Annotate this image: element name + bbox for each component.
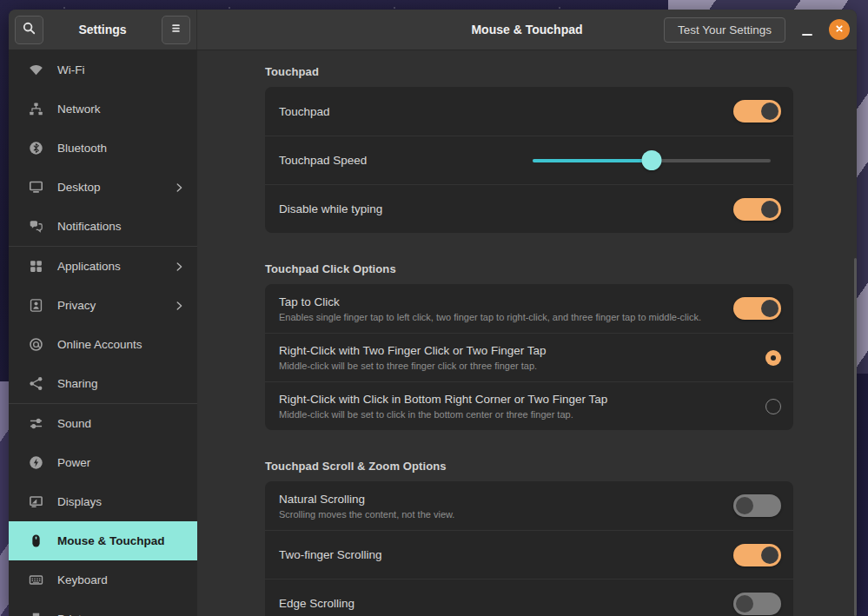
toggle-tap-to-click[interactable] xyxy=(733,297,781,320)
printer-icon xyxy=(28,612,43,616)
keyboard-icon xyxy=(28,573,43,588)
row-title: Right-Click with Two Finger Click or Two… xyxy=(279,343,755,358)
sidebar-item-power[interactable]: Power xyxy=(9,443,197,482)
settings-row-right-click-with-two-finger-click-or-two-finger-tap[interactable]: Right-Click with Two Finger Click or Two… xyxy=(265,333,793,381)
row-title: Tap to Click xyxy=(279,295,723,309)
settings-row-touchpad-speed: Touchpad Speed xyxy=(265,136,793,184)
row-title: Natural Scrolling xyxy=(279,492,723,507)
sidebar-item-label: Power xyxy=(57,456,185,469)
minimize-icon xyxy=(802,34,812,36)
sidebar: Wi-FiNetworkBluetoothDesktopNotification… xyxy=(9,50,197,616)
sidebar-item-privacy[interactable]: Privacy xyxy=(9,286,197,325)
row-text: Right-Click with Click in Bottom Right C… xyxy=(279,392,765,421)
radio-right-click-with-two-finger-click-or-two-finger-tap[interactable] xyxy=(765,350,781,366)
sidebar-item-label: Applications xyxy=(57,260,173,273)
row-title: Touchpad Speed xyxy=(279,153,522,168)
toggle-knob xyxy=(761,300,779,317)
toggle-edge-scrolling[interactable] xyxy=(733,593,781,615)
sidebar-item-sharing[interactable]: Sharing xyxy=(9,364,197,403)
mouse-icon xyxy=(28,533,43,549)
row-text: Disable while typing xyxy=(279,202,733,216)
app-title: Settings xyxy=(78,23,126,36)
sidebar-item-bluetooth[interactable]: Bluetooth xyxy=(9,129,197,168)
main-panel: TouchpadTouchpadTouchpad SpeedDisable wh… xyxy=(197,50,857,616)
search-icon xyxy=(22,21,36,39)
chevron-right-icon xyxy=(173,182,185,194)
row-subtitle: Middle-click will be set to three finger… xyxy=(279,360,755,372)
displays-icon xyxy=(28,494,43,510)
chevron-right-icon xyxy=(173,300,185,312)
section-title: Touchpad xyxy=(265,65,793,78)
close-button[interactable] xyxy=(829,19,850,40)
row-text: Right-Click with Two Finger Click or Two… xyxy=(279,343,765,372)
settings-card: Natural ScrollingScrolling moves the con… xyxy=(265,481,793,616)
sound-icon xyxy=(28,416,43,432)
toggle-knob xyxy=(761,201,779,218)
online-accounts-icon xyxy=(28,337,43,353)
sidebar-item-online-accounts[interactable]: Online Accounts xyxy=(9,325,197,364)
settings-row-touchpad: Touchpad xyxy=(265,87,793,136)
sidebar-item-keyboard[interactable]: Keyboard xyxy=(9,560,197,599)
sidebar-item-label: Printers xyxy=(57,613,185,616)
row-subtitle: Scrolling moves the content, not the vie… xyxy=(279,508,723,520)
row-text: Edge Scrolling xyxy=(279,596,733,611)
sidebar-item-label: Sharing xyxy=(57,377,185,390)
section-touchpad-click-options: Touchpad Click OptionsTap to ClickEnable… xyxy=(265,262,793,430)
privacy-icon xyxy=(28,298,43,314)
toggle-touchpad[interactable] xyxy=(733,100,781,123)
sidebar-item-sound[interactable]: Sound xyxy=(9,404,197,443)
toggle-knob xyxy=(761,546,779,564)
notifications-icon xyxy=(28,219,43,235)
sidebar-item-label: Desktop xyxy=(57,181,173,194)
menu-button[interactable] xyxy=(162,16,190,44)
slider-touchpad-speed[interactable] xyxy=(533,150,771,171)
toggle-knob xyxy=(736,497,753,514)
row-text: Touchpad xyxy=(279,104,733,119)
applications-icon xyxy=(28,259,43,275)
sidebar-item-mouse-touchpad[interactable]: Mouse & Touchpad xyxy=(9,521,197,560)
toggle-natural-scrolling[interactable] xyxy=(733,494,781,517)
sidebar-item-network[interactable]: Network xyxy=(9,89,197,129)
row-title: Edge Scrolling xyxy=(279,596,723,611)
settings-card: TouchpadTouchpad SpeedDisable while typi… xyxy=(265,87,793,233)
sidebar-item-label: Privacy xyxy=(57,299,173,312)
bluetooth-icon xyxy=(28,141,43,156)
section-touchpad: TouchpadTouchpadTouchpad SpeedDisable wh… xyxy=(265,65,793,233)
sidebar-item-applications[interactable]: Applications xyxy=(9,247,197,286)
page-title: Mouse & Touchpad xyxy=(471,23,582,36)
radio-right-click-with-click-in-bottom-right-corner-or-two-finger-tap[interactable] xyxy=(765,399,781,414)
row-title: Touchpad xyxy=(279,104,723,119)
sidebar-item-desktop[interactable]: Desktop xyxy=(9,168,197,207)
titlebar[interactable]: Settings Mouse & Touchpad Test Your Sett… xyxy=(9,10,857,50)
sidebar-item-label: Bluetooth xyxy=(57,142,185,155)
sidebar-item-label: Network xyxy=(57,103,185,116)
sidebar-item-label: Notifications xyxy=(57,220,185,233)
test-your-settings-button[interactable]: Test Your Settings xyxy=(664,17,785,43)
minimize-button[interactable] xyxy=(800,19,814,40)
section-touchpad-scroll-zoom-options: Touchpad Scroll & Zoom OptionsNatural Sc… xyxy=(265,460,793,616)
menu-icon xyxy=(169,21,183,39)
toggle-knob xyxy=(761,103,779,120)
sidebar-item-label: Displays xyxy=(57,495,185,508)
row-text: Tap to ClickEnables single finger tap to… xyxy=(279,295,733,323)
sharing-icon xyxy=(28,376,43,392)
settings-row-natural-scrolling: Natural ScrollingScrolling moves the con… xyxy=(265,481,793,530)
scrollbar[interactable] xyxy=(854,258,857,616)
section-title: Touchpad Scroll & Zoom Options xyxy=(265,460,793,473)
sidebar-item-wi-fi[interactable]: Wi-Fi xyxy=(9,50,197,89)
search-button[interactable] xyxy=(15,16,43,44)
wifi-icon xyxy=(28,63,43,78)
slider-handle[interactable] xyxy=(642,150,662,170)
sidebar-item-printers[interactable]: Printers xyxy=(9,599,197,616)
row-subtitle: Middle-click will be set to click in the… xyxy=(279,408,755,421)
row-title: Disable while typing xyxy=(279,202,723,216)
row-text: Natural ScrollingScrolling moves the con… xyxy=(279,492,733,520)
sidebar-item-displays[interactable]: Displays xyxy=(9,482,197,521)
toggle-disable-while-typing[interactable] xyxy=(733,198,781,221)
row-title: Right-Click with Click in Bottom Right C… xyxy=(279,392,755,407)
sidebar-item-notifications[interactable]: Notifications xyxy=(9,207,197,246)
settings-row-right-click-with-click-in-bottom-right-corner-or-two-finger-tap[interactable]: Right-Click with Click in Bottom Right C… xyxy=(265,381,793,430)
sidebar-item-label: Sound xyxy=(57,417,185,430)
section-title: Touchpad Click Options xyxy=(265,262,793,275)
toggle-two-finger-scrolling[interactable] xyxy=(733,544,781,566)
